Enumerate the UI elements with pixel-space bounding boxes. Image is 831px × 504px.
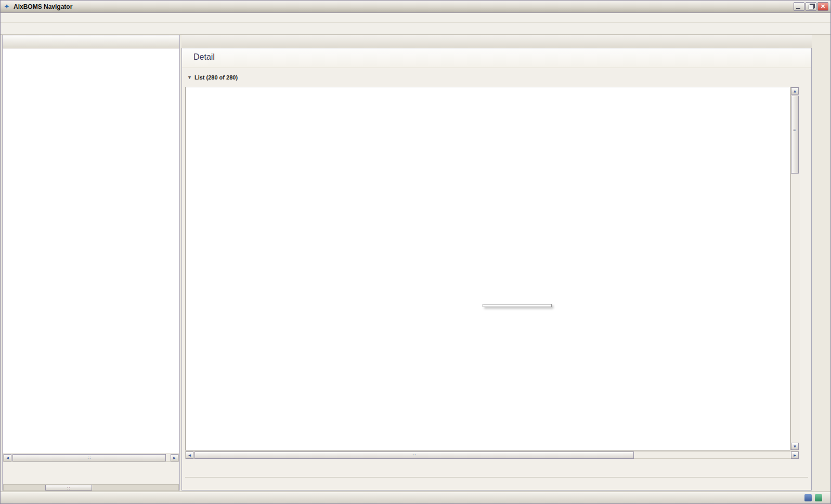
scroll-track[interactable] <box>193 452 791 458</box>
result-table: ▲ ▼ ◄ ► <box>185 87 799 459</box>
tree-horizontal-scrollbar[interactable]: ◄ ► <box>3 454 179 462</box>
menubar <box>1 13 830 23</box>
scroll-left-icon[interactable]: ◄ <box>186 452 193 459</box>
scroll-thumb[interactable] <box>791 96 799 174</box>
context-menu <box>483 304 552 307</box>
scroll-right-icon[interactable]: ► <box>791 452 799 459</box>
editor-area: Detail ▼ List (280 of 280) ▲ ▼ <box>181 35 812 490</box>
bottom-tab-bar <box>185 467 808 478</box>
editor-tab-bar <box>181 35 812 48</box>
window-restore-button[interactable] <box>806 2 816 11</box>
view-tab-bar <box>3 35 179 48</box>
table-vertical-scrollbar[interactable]: ▲ ▼ <box>790 87 799 450</box>
list-section-header: ▼ List (280 of 280) <box>187 71 806 84</box>
scroll-right-icon[interactable]: ► <box>171 454 178 461</box>
status-bar <box>1 492 830 503</box>
window-title: AixBOMS Navigator <box>14 3 72 10</box>
scroll-thumb[interactable] <box>12 454 166 461</box>
main-area: ◄ ► Detail ▼ List (280 of 280) <box>1 35 830 492</box>
detail-header: Detail <box>182 48 811 68</box>
status-tray <box>804 494 830 501</box>
scroll-thumb[interactable] <box>45 485 92 490</box>
scroll-track[interactable] <box>11 454 171 461</box>
scroll-up-icon[interactable]: ▲ <box>791 87 799 95</box>
tray-icon-2[interactable] <box>815 494 822 501</box>
cmdb-tree-view: ◄ ► <box>2 35 180 490</box>
app-window: ✦ AixBOMS Navigator ◄ ► <box>0 0 831 504</box>
detail-page: Detail ▼ List (280 of 280) ▲ ▼ <box>181 48 812 490</box>
scroll-down-icon[interactable]: ▼ <box>791 443 799 450</box>
cmdb-tree <box>3 49 179 453</box>
main-toolbar <box>1 23 830 35</box>
tray-icon-1[interactable] <box>804 494 812 501</box>
collapse-section-icon[interactable]: ▼ <box>187 75 192 80</box>
table-grid <box>185 87 790 450</box>
scroll-thumb[interactable] <box>194 452 634 459</box>
app-icon: ✦ <box>3 3 11 11</box>
left-bottom-scrollbar[interactable] <box>3 484 179 491</box>
table-horizontal-scrollbar[interactable]: ◄ ► <box>185 451 799 459</box>
page-title: Detail <box>193 52 215 62</box>
list-count-label: List (280 of 280) <box>194 74 238 81</box>
titlebar[interactable]: ✦ AixBOMS Navigator <box>1 1 830 13</box>
window-minimize-button[interactable] <box>794 2 804 11</box>
scroll-left-icon[interactable]: ◄ <box>4 454 11 461</box>
window-close-button[interactable] <box>817 2 828 11</box>
